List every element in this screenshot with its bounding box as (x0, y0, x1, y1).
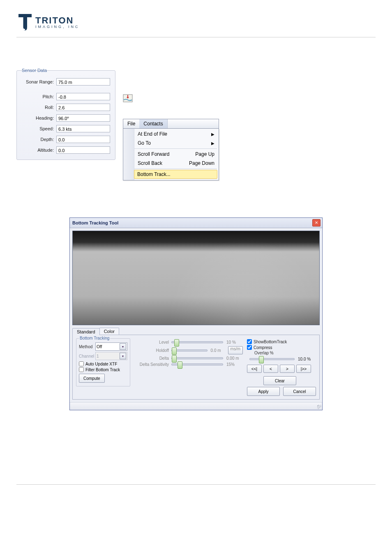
bottom-tracking-group: Bottom Tracking Method Off ▾ Channel 1 ▾ (76, 338, 130, 386)
pitch-label: Pitch: (22, 94, 54, 99)
standard-panel: Bottom Tracking Method Off ▾ Channel 1 ▾ (72, 335, 320, 400)
level-label: Level (134, 340, 171, 345)
channel-label: Channel (79, 354, 95, 358)
triton-logo-icon (16, 12, 34, 32)
nav-last-button[interactable]: |>> (296, 365, 311, 373)
titlebar: Bottom Tracking Tool ✕ (70, 218, 322, 228)
sensor-data-panel: Sensor Data Sonar Range: 75.0 m Pitch: -… (16, 70, 115, 160)
nav-prev-button[interactable]: < (263, 365, 278, 373)
menu-item-label: Scroll Back (138, 160, 162, 166)
overlap-value: 10.0 % (298, 357, 316, 361)
tab-strip: Standard Color (72, 328, 320, 335)
sonar-range-field[interactable]: 75.0 m (56, 78, 110, 86)
menu-scroll-forward[interactable]: Scroll Forward Page Up (134, 150, 219, 159)
sonar-waterfall-display[interactable] (72, 231, 320, 325)
menu-item-label: Go To (138, 140, 151, 146)
depth-field[interactable]: 0.0 (56, 136, 110, 143)
speed-label: Speed: (22, 126, 54, 131)
show-bt-label: ShowBottomTrack (254, 340, 287, 344)
auto-update-label: Auto Update XTF (85, 362, 117, 366)
compute-button[interactable]: Compute (79, 374, 105, 383)
holdoff-value: 0.0 m (211, 348, 227, 353)
level-value: 10 % (226, 340, 243, 345)
overlap-slider[interactable] (249, 358, 295, 360)
menu-bottom-track[interactable]: Bottom Track... (134, 170, 217, 179)
channel-select: 1 ▾ (95, 352, 127, 360)
clear-button[interactable]: Clear (263, 376, 296, 385)
roll-label: Roll: (22, 105, 54, 110)
delta-value: 0.00 m (226, 356, 243, 361)
speed-field[interactable]: 6.3 kts (56, 125, 110, 132)
filter-bt-checkbox[interactable] (79, 367, 84, 372)
channel-value: 1 (97, 354, 99, 358)
bottom-track-toolbar-icon[interactable] (123, 94, 133, 102)
nav-next-button[interactable]: > (280, 365, 295, 373)
bt-legend: Bottom Tracking (79, 336, 110, 340)
method-select[interactable]: Off ▾ (95, 342, 127, 351)
unit-toggle-button[interactable]: ms/m (228, 346, 243, 354)
filter-bt-label: Filter Bottom Track (85, 368, 120, 372)
letterhead: TRITON IMAGING, INC (16, 12, 376, 37)
heading-label: Heading: (22, 116, 54, 120)
bottom-tracking-tool-window: Bottom Tracking Tool ✕ Standard Color Bo… (69, 217, 323, 410)
heading-field[interactable]: 96.0º (56, 114, 110, 122)
compress-label: Compress (254, 345, 272, 350)
menu-item-accel: Page Down (189, 160, 214, 166)
nav-first-button[interactable]: <<| (247, 365, 262, 373)
brand-sub: IMAGING, INC (35, 25, 80, 29)
footer-rule (16, 484, 376, 485)
cancel-button[interactable]: Cancel (283, 387, 316, 396)
submenu-arrow-icon: ▶ (211, 141, 214, 146)
holdoff-label: Holdoff (134, 348, 171, 353)
delta-slider[interactable] (171, 357, 223, 359)
close-icon: ✕ (315, 221, 318, 225)
level-slider[interactable] (171, 341, 223, 343)
method-value: Off (97, 345, 102, 349)
delta-sens-value: 15% (226, 362, 243, 367)
brand-name: TRITON (35, 16, 80, 25)
contacts-dropdown: At End of File ▶ Go To ▶ Scroll Forward … (123, 129, 219, 180)
chevron-down-icon: ▾ (120, 343, 126, 350)
roll-field[interactable]: 2.6 (56, 104, 110, 111)
menu-go-to[interactable]: Go To ▶ (134, 139, 219, 148)
menu-item-label: Scroll Forward (138, 151, 169, 157)
close-button[interactable]: ✕ (312, 219, 321, 227)
chevron-down-icon: ▾ (120, 353, 126, 359)
submenu-arrow-icon: ▶ (211, 132, 214, 136)
menu-item-label: At End of File (138, 131, 167, 137)
menu-item-accel: Page Up (195, 151, 214, 157)
sensor-legend: Sensor Data (21, 68, 48, 73)
delta-sens-slider[interactable] (171, 363, 223, 365)
apply-button[interactable]: Apply (247, 387, 280, 396)
delta-sens-label: Delta Sensitivity (134, 362, 171, 367)
show-bt-checkbox[interactable] (247, 339, 252, 344)
compress-checkbox[interactable] (247, 345, 252, 350)
pitch-field[interactable]: -0.8 (56, 93, 110, 100)
menu-contacts[interactable]: Contacts (139, 119, 167, 128)
window-title: Bottom Tracking Tool (72, 220, 118, 225)
method-label: Method (79, 345, 95, 349)
auto-update-checkbox[interactable] (79, 361, 84, 366)
menu-at-end-of-file[interactable]: At End of File ▶ (134, 130, 219, 139)
sonar-range-label: Sonar Range: (22, 79, 54, 84)
depth-label: Depth: (22, 137, 54, 142)
status-bar (70, 402, 322, 410)
menu-file[interactable]: File (123, 119, 139, 128)
menu-item-label: Bottom Track... (137, 171, 171, 177)
holdoff-slider[interactable] (171, 349, 208, 352)
tab-standard[interactable]: Standard (72, 328, 100, 335)
altitude-label: Altitude: (22, 148, 54, 153)
menu-scroll-back[interactable]: Scroll Back Page Down (134, 159, 219, 168)
overlap-label: Overlap % (254, 351, 316, 355)
altitude-field[interactable]: 0.0 (56, 146, 110, 154)
delta-label: Delta (134, 356, 171, 361)
tab-color[interactable]: Color (99, 328, 119, 335)
menu-bar: File Contacts (123, 119, 219, 129)
